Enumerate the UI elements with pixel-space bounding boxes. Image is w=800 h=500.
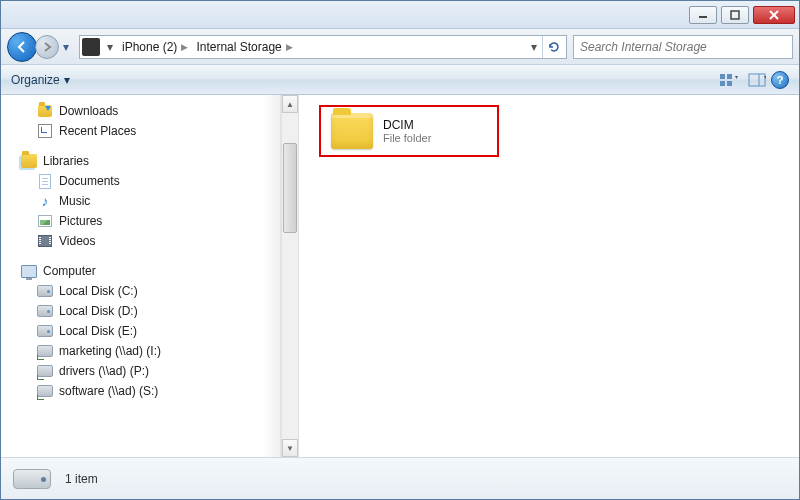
nav-item-music[interactable]: ♪ Music	[1, 191, 280, 211]
nav-item-disk-c[interactable]: Local Disk (C:)	[1, 281, 280, 301]
address-history-dropdown[interactable]: ▾	[526, 40, 542, 54]
search-box[interactable]	[573, 35, 793, 59]
nav-group-libraries[interactable]: Libraries	[1, 151, 280, 171]
nav-label: Local Disk (E:)	[59, 324, 137, 338]
music-icon: ♪	[37, 193, 53, 209]
documents-icon	[37, 173, 53, 189]
nav-item-disk-d[interactable]: Local Disk (D:)	[1, 301, 280, 321]
nav-label: Documents	[59, 174, 120, 188]
nav-label: Libraries	[43, 154, 89, 168]
folder-text: DCIM File folder	[383, 118, 431, 144]
folder-type: File folder	[383, 132, 431, 144]
pictures-icon	[37, 213, 53, 229]
breadcrumb-device[interactable]: iPhone (2) ▶	[118, 40, 192, 54]
nav-item-net-marketing[interactable]: marketing (\\ad) (I:)	[1, 341, 280, 361]
downloads-icon	[37, 103, 53, 119]
breadcrumb-device-label: iPhone (2)	[122, 40, 177, 54]
back-button[interactable]	[7, 32, 37, 62]
address-bar[interactable]: ▾ iPhone (2) ▶ Internal Storage ▶ ▾	[79, 35, 567, 59]
scroll-thumb[interactable]	[283, 143, 297, 233]
breadcrumb-location-label: Internal Storage	[196, 40, 281, 54]
nav-history-dropdown[interactable]: ▾	[59, 35, 73, 59]
title-bar	[1, 1, 799, 29]
computer-icon	[21, 263, 37, 279]
nav-item-net-software[interactable]: software (\\ad) (S:)	[1, 381, 280, 401]
svg-rect-4	[720, 74, 725, 79]
nav-label: Local Disk (C:)	[59, 284, 138, 298]
recent-places-icon	[37, 123, 53, 139]
disk-icon	[37, 323, 53, 339]
disk-icon	[37, 283, 53, 299]
organize-menu[interactable]: Organize ▾	[11, 73, 70, 87]
nav-label: Recent Places	[59, 124, 136, 138]
svg-rect-5	[727, 74, 732, 79]
help-button[interactable]: ?	[771, 71, 789, 89]
breadcrumb-location[interactable]: Internal Storage ▶	[192, 40, 296, 54]
nav-item-documents[interactable]: Documents	[1, 171, 280, 191]
explorer-body: Downloads Recent Places Libraries Docume…	[1, 95, 799, 457]
chevron-right-icon: ▶	[181, 42, 188, 52]
nav-label: marketing (\\ad) (I:)	[59, 344, 161, 358]
nav-label: drivers (\\ad) (P:)	[59, 364, 149, 378]
nav-item-pictures[interactable]: Pictures	[1, 211, 280, 231]
details-pane: 1 item	[1, 457, 799, 499]
item-count: 1 item	[65, 472, 98, 486]
nav-item-disk-e[interactable]: Local Disk (E:)	[1, 321, 280, 341]
nav-item-videos[interactable]: Videos	[1, 231, 280, 251]
nav-label: software (\\ad) (S:)	[59, 384, 158, 398]
nav-label: Pictures	[59, 214, 102, 228]
network-drive-icon	[37, 363, 53, 379]
network-drive-icon	[37, 383, 53, 399]
navigation-pane: Downloads Recent Places Libraries Docume…	[1, 95, 281, 457]
close-button[interactable]	[753, 6, 795, 24]
view-options-button[interactable]	[715, 69, 743, 91]
preview-pane-button[interactable]	[743, 69, 771, 91]
device-icon	[82, 38, 100, 56]
svg-rect-8	[749, 74, 765, 86]
minimize-button[interactable]	[689, 6, 717, 24]
disk-icon	[37, 303, 53, 319]
nav-item-net-drivers[interactable]: drivers (\\ad) (P:)	[1, 361, 280, 381]
nav-label: Local Disk (D:)	[59, 304, 138, 318]
folder-item-dcim[interactable]: DCIM File folder	[319, 105, 499, 157]
videos-icon	[37, 233, 53, 249]
explorer-window: ▾ ▾ iPhone (2) ▶ Internal Storage ▶ ▾ O	[0, 0, 800, 500]
refresh-button[interactable]	[542, 36, 564, 58]
nav-label: Videos	[59, 234, 95, 248]
libraries-icon	[21, 153, 37, 169]
scroll-track[interactable]	[282, 113, 298, 439]
nav-scrollbar[interactable]: ▲ ▼	[281, 95, 299, 457]
svg-rect-7	[727, 81, 732, 86]
folder-name: DCIM	[383, 118, 431, 132]
maximize-button[interactable]	[721, 6, 749, 24]
scroll-down-button[interactable]: ▼	[282, 439, 298, 457]
nav-item-recent-places[interactable]: Recent Places	[1, 121, 280, 141]
navigation-bar: ▾ ▾ iPhone (2) ▶ Internal Storage ▶ ▾	[1, 29, 799, 65]
svg-rect-6	[720, 81, 725, 86]
nav-label: Music	[59, 194, 90, 208]
file-list[interactable]: DCIM File folder	[299, 95, 799, 457]
network-drive-icon	[37, 343, 53, 359]
forward-button[interactable]	[35, 35, 59, 59]
command-bar: Organize ▾ ?	[1, 65, 799, 95]
folder-icon	[331, 113, 373, 149]
address-dropdown[interactable]: ▾	[102, 40, 118, 54]
svg-rect-1	[731, 11, 739, 19]
nav-item-downloads[interactable]: Downloads	[1, 101, 280, 121]
organize-label: Organize	[11, 73, 60, 87]
chevron-right-icon: ▶	[286, 42, 293, 52]
drive-icon	[13, 469, 51, 489]
nav-buttons: ▾	[7, 32, 73, 62]
search-input[interactable]	[580, 40, 786, 54]
nav-label: Computer	[43, 264, 96, 278]
chevron-down-icon: ▾	[64, 73, 70, 87]
nav-label: Downloads	[59, 104, 118, 118]
scroll-up-button[interactable]: ▲	[282, 95, 298, 113]
nav-group-computer[interactable]: Computer	[1, 261, 280, 281]
